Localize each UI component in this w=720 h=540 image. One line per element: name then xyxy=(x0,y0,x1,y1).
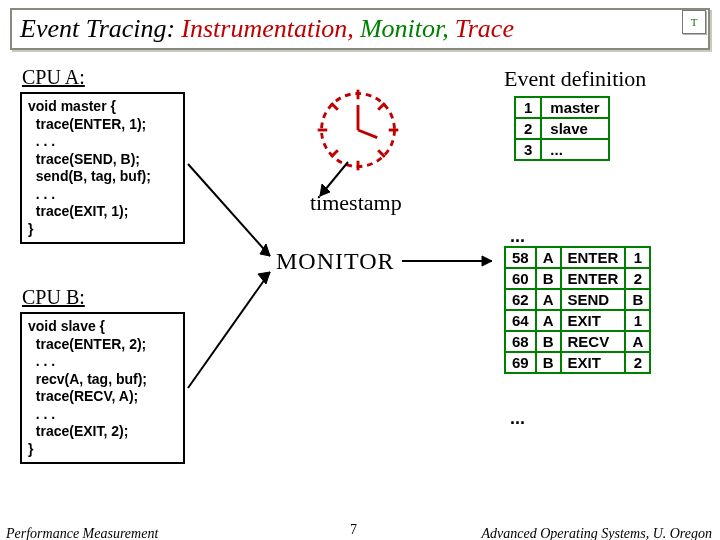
trace-arg: 2 xyxy=(625,268,650,289)
code-a-line: void master { xyxy=(28,98,177,116)
def-id: 2 xyxy=(515,118,541,139)
arrow-a-to-monitor xyxy=(184,160,284,270)
trace-event: ENTER xyxy=(561,268,626,289)
code-b-line: } xyxy=(28,441,177,459)
title-word-3: Monitor, xyxy=(360,14,449,44)
cpu-a-label: CPU A: xyxy=(22,66,85,89)
code-a-line: . . . xyxy=(28,133,177,151)
trace-time: 60 xyxy=(505,268,536,289)
def-name: slave xyxy=(541,118,608,139)
arrow-monitor-to-trace xyxy=(400,254,504,268)
footer-right: Advanced Operating Systems, U. Oregon xyxy=(482,526,712,540)
def-id: 1 xyxy=(515,97,541,118)
trace-arg: B xyxy=(625,289,650,310)
corner-logo: T xyxy=(682,10,706,34)
code-a-line: } xyxy=(28,221,177,239)
table-row: 2slave xyxy=(515,118,609,139)
cpu-b-label: CPU B: xyxy=(22,286,85,309)
code-a-line: send(B, tag, buf); xyxy=(28,168,177,186)
event-definition-table: 1master 2slave 3... xyxy=(514,96,610,161)
code-b-line: trace(RECV, A); xyxy=(28,388,177,406)
trace-event: ENTER xyxy=(561,247,626,268)
trace-cpu: A xyxy=(536,310,561,331)
svg-line-10 xyxy=(358,130,377,138)
code-b-line: trace(ENTER, 2); xyxy=(28,336,177,354)
trace-post-ellipsis: ... xyxy=(510,408,525,429)
table-row: 1master xyxy=(515,97,609,118)
trace-arg: 1 xyxy=(625,310,650,331)
title-word-1: Event Tracing: xyxy=(20,14,175,44)
svg-line-5 xyxy=(331,103,338,110)
trace-cpu: A xyxy=(536,289,561,310)
monitor-label: MONITOR xyxy=(276,248,395,275)
arrow-b-to-monitor xyxy=(184,264,284,394)
code-b-line: trace(EXIT, 2); xyxy=(28,423,177,441)
svg-line-11 xyxy=(188,164,270,256)
trace-event: EXIT xyxy=(561,352,626,373)
def-name: master xyxy=(541,97,608,118)
def-name: ... xyxy=(541,139,608,160)
svg-marker-18 xyxy=(482,256,492,266)
trace-table: 58 A ENTER 1 60 B ENTER 2 62 A SEND B 64… xyxy=(504,246,651,374)
trace-arg: 1 xyxy=(625,247,650,268)
event-definition-label: Event definition xyxy=(504,66,646,92)
svg-line-6 xyxy=(378,103,385,110)
code-box-a: void master { trace(ENTER, 1); . . . tra… xyxy=(20,92,185,244)
svg-marker-14 xyxy=(258,272,270,284)
svg-line-13 xyxy=(188,272,270,388)
table-row: 64 A EXIT 1 xyxy=(505,310,650,331)
table-row: 3... xyxy=(515,139,609,160)
slide-title: Event Tracing: Instrumentation, Monitor,… xyxy=(10,8,710,50)
trace-cpu: B xyxy=(536,352,561,373)
table-row: 62 A SEND B xyxy=(505,289,650,310)
slide-number: 7 xyxy=(350,522,357,538)
svg-line-8 xyxy=(378,150,385,157)
footer-left: Performance Measurement xyxy=(6,526,158,540)
code-b-line: recv(A, tag, buf); xyxy=(28,371,177,389)
table-row: 58 A ENTER 1 xyxy=(505,247,650,268)
code-box-b: void slave { trace(ENTER, 2); . . . recv… xyxy=(20,312,185,464)
arrow-clock-to-timestamp xyxy=(300,156,360,206)
table-row: 69 B EXIT 2 xyxy=(505,352,650,373)
table-row: 68 B RECV A xyxy=(505,331,650,352)
slide-body: CPU A: void master { trace(ENTER, 1); . … xyxy=(0,56,720,526)
trace-time: 58 xyxy=(505,247,536,268)
trace-time: 62 xyxy=(505,289,536,310)
trace-time: 69 xyxy=(505,352,536,373)
trace-cpu: A xyxy=(536,247,561,268)
corner-logo-glyph: T xyxy=(691,16,698,28)
title-word-4: Trace xyxy=(455,14,514,44)
trace-pre-ellipsis: ... xyxy=(510,226,525,247)
trace-time: 68 xyxy=(505,331,536,352)
table-row: 60 B ENTER 2 xyxy=(505,268,650,289)
code-a-line: trace(EXIT, 1); xyxy=(28,203,177,221)
code-a-line: trace(ENTER, 1); xyxy=(28,116,177,134)
def-id: 3 xyxy=(515,139,541,160)
trace-time: 64 xyxy=(505,310,536,331)
trace-event: SEND xyxy=(561,289,626,310)
trace-event: RECV xyxy=(561,331,626,352)
code-b-line: void slave { xyxy=(28,318,177,336)
code-b-line: . . . xyxy=(28,406,177,424)
title-word-2: Instrumentation, xyxy=(181,14,354,44)
trace-event: EXIT xyxy=(561,310,626,331)
code-b-line: . . . xyxy=(28,353,177,371)
trace-arg: 2 xyxy=(625,352,650,373)
trace-arg: A xyxy=(625,331,650,352)
trace-cpu: B xyxy=(536,331,561,352)
trace-cpu: B xyxy=(536,268,561,289)
code-a-line: . . . xyxy=(28,186,177,204)
code-a-line: trace(SEND, B); xyxy=(28,151,177,169)
